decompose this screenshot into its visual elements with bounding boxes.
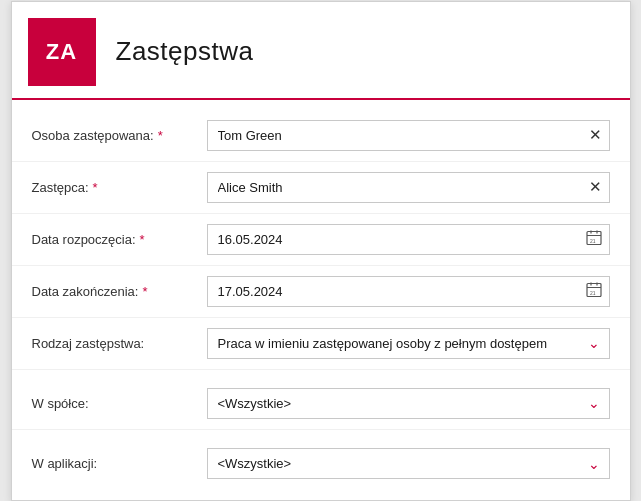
select-rodzaj-zastepstwa[interactable]: Praca w imieniu zastępowanej osoby z peł… <box>207 328 610 359</box>
control-w-aplikacji: <Wszystkie> ⌄ <box>207 448 610 479</box>
label-data-rozpoczecia: Data rozpoczęcia: * <box>32 232 207 247</box>
required-star-dr: * <box>140 232 145 247</box>
row-w-aplikacji: W aplikacji: <Wszystkie> ⌄ <box>12 438 630 490</box>
required-star-dz: * <box>142 284 147 299</box>
control-data-zakonczenia: 21 <box>207 276 610 307</box>
svg-text:21: 21 <box>590 290 596 296</box>
row-w-spolce: W spółce: <Wszystkie> ⌄ <box>12 378 630 430</box>
row-data-zakonczenia: Data zakończenia: * 21 <box>12 266 630 318</box>
label-osoba-zastepowana: Osoba zastępowana: * <box>32 128 207 143</box>
label-zastepca: Zastępca: * <box>32 180 207 195</box>
spacer-2 <box>12 430 630 438</box>
avatar: ZA <box>28 18 96 86</box>
label-rodzaj-zastepstwa: Rodzaj zastępstwa: <box>32 336 207 351</box>
select-w-aplikacji[interactable]: <Wszystkie> <box>207 448 610 479</box>
label-data-zakonczenia: Data zakończenia: * <box>32 284 207 299</box>
spacer-1 <box>12 370 630 378</box>
calendar-zakonczenia-icon[interactable]: 21 <box>586 282 602 301</box>
clear-icon[interactable]: ✕ <box>589 126 602 144</box>
select-w-spolce[interactable]: <Wszystkie> <box>207 388 610 419</box>
control-data-rozpoczecia: 21 <box>207 224 610 255</box>
label-w-aplikacji: W aplikacji: <box>32 456 207 471</box>
control-zastepca: ✕ <box>207 172 610 203</box>
row-zastepca: Zastępca: * ✕ <box>12 162 630 214</box>
page-title: Zastępstwa <box>116 36 254 67</box>
required-star-zastepca: * <box>93 180 98 195</box>
row-data-rozpoczecia: Data rozpoczęcia: * 21 <box>12 214 630 266</box>
label-w-spolce: W spółce: <box>32 396 207 411</box>
form-body: Osoba zastępowana: * ✕ Zastępca: * ✕ Dat… <box>12 100 630 500</box>
input-zastepca[interactable] <box>207 172 610 203</box>
avatar-text: ZA <box>46 39 77 65</box>
input-osoba-zastepowana[interactable] <box>207 120 610 151</box>
svg-text:21: 21 <box>590 238 596 244</box>
row-rodzaj-zastepstwa: Rodzaj zastępstwa: Praca w imieniu zastę… <box>12 318 630 370</box>
input-data-zakonczenia[interactable] <box>207 276 610 307</box>
main-card: ZA Zastępstwa Osoba zastępowana: * ✕ Zas… <box>11 1 631 501</box>
input-data-rozpoczecia[interactable] <box>207 224 610 255</box>
card-header: ZA Zastępstwa <box>12 2 630 100</box>
required-star: * <box>158 128 163 143</box>
clear-zastepca-icon[interactable]: ✕ <box>589 178 602 196</box>
control-rodzaj-zastepstwa: Praca w imieniu zastępowanej osoby z peł… <box>207 328 610 359</box>
control-osoba-zastepowana: ✕ <box>207 120 610 151</box>
row-osoba-zastepowana: Osoba zastępowana: * ✕ <box>12 110 630 162</box>
control-w-spolce: <Wszystkie> ⌄ <box>207 388 610 419</box>
calendar-rozpoczecia-icon[interactable]: 21 <box>586 230 602 249</box>
